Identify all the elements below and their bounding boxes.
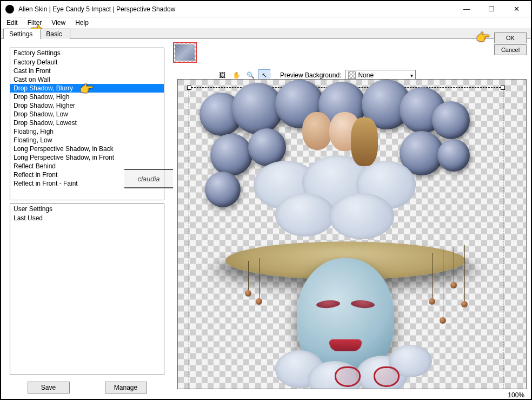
list-item[interactable]: Long Perspective Shadow, in Back	[10, 145, 164, 153]
resize-handle[interactable]	[501, 86, 505, 90]
menu-filter[interactable]: Filter	[28, 19, 42, 27]
preview-artwork	[194, 80, 496, 389]
ok-button[interactable]: OK	[494, 32, 527, 43]
list-item[interactable]: Drop Shadow, Higher	[10, 101, 164, 110]
list-item[interactable]: Long Perspective Shadow, in Front	[10, 153, 164, 162]
window-title: Alien Skin | Eye Candy 5 Impact | Perspe…	[18, 5, 454, 13]
menu-bar: Edit Filter View Help	[1, 17, 531, 28]
list-item[interactable]: Last Used	[10, 214, 164, 222]
list-item[interactable]: Drop Shadow, High	[10, 93, 164, 101]
app-icon	[5, 5, 14, 14]
zoom-readout: 100%	[508, 391, 524, 399]
settings-panel: Factory Settings Factory Default Cast in…	[1, 42, 169, 399]
watermark-label: claudia	[124, 169, 173, 188]
menu-help[interactable]: Help	[75, 19, 89, 27]
title-bar: Alien Skin | Eye Candy 5 Impact | Perspe…	[1, 1, 531, 17]
resize-handle[interactable]	[187, 86, 191, 90]
user-settings-header: User Settings	[10, 204, 164, 214]
preview-thumbnail[interactable]	[173, 42, 197, 63]
list-item[interactable]: Cast on Wall	[10, 75, 164, 84]
list-item[interactable]: Factory Default	[10, 58, 164, 67]
tab-strip: Settings Basic	[1, 28, 531, 39]
list-item-label: Drop Shadow, Blurry	[14, 84, 73, 92]
list-item[interactable]: Cast in Front	[10, 67, 164, 75]
tab-settings[interactable]: Settings	[3, 29, 41, 39]
transparency-swatch-icon	[348, 71, 356, 79]
preview-bg-value: None	[358, 71, 374, 79]
tab-basic[interactable]: Basic	[40, 29, 70, 39]
list-item[interactable]: Floating, High	[10, 127, 164, 136]
maximize-button[interactable]: ☐	[479, 1, 504, 17]
menu-view[interactable]: View	[51, 19, 65, 27]
preview-canvas[interactable]	[177, 79, 527, 389]
close-button[interactable]: ✕	[504, 1, 529, 17]
save-button[interactable]: Save	[28, 382, 70, 394]
list-item[interactable]: Floating, Low	[10, 136, 164, 145]
list-item[interactable]: Drop Shadow, Low	[10, 110, 164, 119]
factory-settings-header: Factory Settings	[10, 48, 164, 58]
list-item-selected[interactable]: Drop Shadow, Blurry 👉	[10, 84, 164, 93]
minimize-button[interactable]: —	[454, 1, 479, 17]
preview-bg-label: Preview Background:	[280, 71, 341, 79]
manage-button[interactable]: Manage	[105, 382, 147, 394]
menu-edit[interactable]: Edit	[6, 19, 18, 27]
user-settings-list[interactable]: User Settings Last Used	[10, 204, 164, 375]
list-item[interactable]: Drop Shadow, Lowest	[10, 119, 164, 127]
preview-area: 🖼 ✋ 🔍 ↖ Preview Background: None	[169, 42, 531, 399]
